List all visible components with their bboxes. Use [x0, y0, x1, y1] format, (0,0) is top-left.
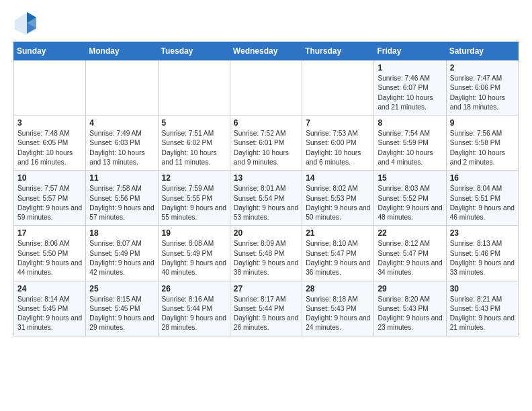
calendar-cell: 10Sunrise: 7:57 AM Sunset: 5:57 PM Dayli…	[14, 171, 86, 226]
calendar-cell	[86, 60, 158, 116]
day-info: Sunrise: 7:49 AM Sunset: 6:03 PM Dayligh…	[89, 129, 154, 167]
weekday-header-row: SundayMondayTuesdayWednesdayThursdayFrid…	[14, 42, 519, 60]
day-info: Sunrise: 8:13 AM Sunset: 5:46 PM Dayligh…	[450, 239, 515, 277]
day-number: 23	[450, 228, 515, 238]
day-number: 3	[17, 118, 82, 128]
calendar-cell: 15Sunrise: 8:03 AM Sunset: 5:52 PM Dayli…	[374, 171, 446, 226]
day-info: Sunrise: 8:07 AM Sunset: 5:49 PM Dayligh…	[89, 239, 154, 277]
calendar-cell: 16Sunrise: 8:04 AM Sunset: 5:51 PM Dayli…	[446, 171, 518, 226]
weekday-header-wednesday: Wednesday	[230, 42, 302, 60]
calendar-cell: 3Sunrise: 7:48 AM Sunset: 6:05 PM Daylig…	[14, 116, 86, 171]
page: SundayMondayTuesdayWednesdayThursdayFrid…	[0, 0, 532, 345]
calendar-cell: 22Sunrise: 8:12 AM Sunset: 5:47 PM Dayli…	[374, 226, 446, 281]
day-info: Sunrise: 8:17 AM Sunset: 5:44 PM Dayligh…	[234, 295, 298, 333]
calendar-cell: 25Sunrise: 8:15 AM Sunset: 5:45 PM Dayli…	[86, 281, 158, 336]
calendar-cell: 18Sunrise: 8:07 AM Sunset: 5:49 PM Dayli…	[86, 226, 158, 281]
calendar-cell	[14, 60, 86, 116]
day-info: Sunrise: 7:47 AM Sunset: 6:06 PM Dayligh…	[450, 74, 515, 112]
day-info: Sunrise: 8:21 AM Sunset: 5:43 PM Dayligh…	[450, 295, 515, 333]
calendar-cell: 23Sunrise: 8:13 AM Sunset: 5:46 PM Dayli…	[446, 226, 518, 281]
day-number: 25	[89, 284, 154, 293]
calendar-week-3: 17Sunrise: 8:06 AM Sunset: 5:50 PM Dayli…	[14, 226, 519, 281]
logo-icon	[13, 11, 38, 35]
day-number: 20	[234, 228, 298, 238]
day-info: Sunrise: 8:01 AM Sunset: 5:54 PM Dayligh…	[234, 184, 298, 222]
weekday-header-sunday: Sunday	[14, 42, 86, 60]
calendar-cell: 14Sunrise: 8:02 AM Sunset: 5:53 PM Dayli…	[302, 171, 374, 226]
day-info: Sunrise: 7:48 AM Sunset: 6:05 PM Dayligh…	[17, 129, 82, 167]
calendar-cell	[158, 60, 230, 116]
day-number: 26	[162, 284, 226, 293]
calendar-cell: 9Sunrise: 7:56 AM Sunset: 5:58 PM Daylig…	[446, 116, 518, 171]
header	[13, 11, 519, 35]
day-number: 29	[378, 284, 442, 293]
day-info: Sunrise: 8:12 AM Sunset: 5:47 PM Dayligh…	[378, 239, 442, 277]
day-number: 16	[450, 173, 515, 183]
weekday-header-tuesday: Tuesday	[158, 42, 230, 60]
day-info: Sunrise: 8:03 AM Sunset: 5:52 PM Dayligh…	[378, 184, 442, 222]
calendar-cell: 28Sunrise: 8:18 AM Sunset: 5:43 PM Dayli…	[302, 281, 374, 336]
day-number: 6	[234, 118, 298, 128]
day-number: 12	[162, 173, 226, 183]
day-number: 13	[234, 173, 298, 183]
day-number: 15	[378, 173, 442, 183]
day-info: Sunrise: 8:10 AM Sunset: 5:47 PM Dayligh…	[306, 239, 370, 277]
day-number: 10	[17, 173, 82, 183]
calendar-cell: 19Sunrise: 8:08 AM Sunset: 5:49 PM Dayli…	[158, 226, 230, 281]
calendar-week-1: 3Sunrise: 7:48 AM Sunset: 6:05 PM Daylig…	[14, 116, 519, 171]
calendar-cell: 13Sunrise: 8:01 AM Sunset: 5:54 PM Dayli…	[230, 171, 302, 226]
day-number: 21	[306, 228, 370, 238]
day-info: Sunrise: 8:16 AM Sunset: 5:44 PM Dayligh…	[162, 295, 226, 333]
day-number: 22	[378, 228, 442, 238]
weekday-header-monday: Monday	[86, 42, 158, 60]
day-number: 5	[162, 118, 226, 128]
day-number: 19	[162, 228, 226, 238]
day-info: Sunrise: 8:02 AM Sunset: 5:53 PM Dayligh…	[306, 184, 370, 222]
calendar-cell: 6Sunrise: 7:52 AM Sunset: 6:01 PM Daylig…	[230, 116, 302, 171]
calendar-cell: 30Sunrise: 8:21 AM Sunset: 5:43 PM Dayli…	[446, 281, 518, 336]
day-number: 8	[378, 118, 442, 128]
day-info: Sunrise: 7:46 AM Sunset: 6:07 PM Dayligh…	[378, 74, 442, 112]
day-info: Sunrise: 7:58 AM Sunset: 5:56 PM Dayligh…	[89, 184, 154, 222]
weekday-header-thursday: Thursday	[302, 42, 374, 60]
calendar-cell: 27Sunrise: 8:17 AM Sunset: 5:44 PM Dayli…	[230, 281, 302, 336]
calendar-cell: 1Sunrise: 7:46 AM Sunset: 6:07 PM Daylig…	[374, 60, 446, 116]
calendar-body: 1Sunrise: 7:46 AM Sunset: 6:07 PM Daylig…	[14, 60, 519, 336]
calendar-header: SundayMondayTuesdayWednesdayThursdayFrid…	[14, 42, 519, 60]
day-number: 11	[89, 173, 154, 183]
day-info: Sunrise: 7:52 AM Sunset: 6:01 PM Dayligh…	[234, 129, 298, 167]
logo	[13, 11, 40, 35]
calendar-cell: 5Sunrise: 7:51 AM Sunset: 6:02 PM Daylig…	[158, 116, 230, 171]
calendar-cell: 24Sunrise: 8:14 AM Sunset: 5:45 PM Dayli…	[14, 281, 86, 336]
calendar-cell: 20Sunrise: 8:09 AM Sunset: 5:48 PM Dayli…	[230, 226, 302, 281]
calendar-cell	[302, 60, 374, 116]
day-info: Sunrise: 7:56 AM Sunset: 5:58 PM Dayligh…	[450, 129, 515, 167]
day-number: 24	[17, 284, 82, 293]
calendar-cell	[230, 60, 302, 116]
calendar-cell: 26Sunrise: 8:16 AM Sunset: 5:44 PM Dayli…	[158, 281, 230, 336]
calendar-cell: 29Sunrise: 8:20 AM Sunset: 5:43 PM Dayli…	[374, 281, 446, 336]
day-info: Sunrise: 8:14 AM Sunset: 5:45 PM Dayligh…	[17, 295, 82, 333]
day-number: 2	[450, 63, 515, 73]
day-info: Sunrise: 8:20 AM Sunset: 5:43 PM Dayligh…	[378, 295, 442, 333]
day-info: Sunrise: 8:18 AM Sunset: 5:43 PM Dayligh…	[306, 295, 370, 333]
day-info: Sunrise: 8:09 AM Sunset: 5:48 PM Dayligh…	[234, 239, 298, 277]
day-number: 14	[306, 173, 370, 183]
calendar-week-0: 1Sunrise: 7:46 AM Sunset: 6:07 PM Daylig…	[14, 60, 519, 116]
calendar-table: SundayMondayTuesdayWednesdayThursdayFrid…	[13, 42, 519, 336]
day-info: Sunrise: 8:06 AM Sunset: 5:50 PM Dayligh…	[17, 239, 82, 277]
day-number: 28	[306, 284, 370, 293]
weekday-header-saturday: Saturday	[446, 42, 518, 60]
day-number: 18	[89, 228, 154, 238]
calendar-cell: 4Sunrise: 7:49 AM Sunset: 6:03 PM Daylig…	[86, 116, 158, 171]
day-info: Sunrise: 8:04 AM Sunset: 5:51 PM Dayligh…	[450, 184, 515, 222]
day-info: Sunrise: 7:57 AM Sunset: 5:57 PM Dayligh…	[17, 184, 82, 222]
calendar-cell: 2Sunrise: 7:47 AM Sunset: 6:06 PM Daylig…	[446, 60, 518, 116]
day-number: 30	[450, 284, 515, 293]
day-info: Sunrise: 7:54 AM Sunset: 5:59 PM Dayligh…	[378, 129, 442, 167]
calendar-cell: 21Sunrise: 8:10 AM Sunset: 5:47 PM Dayli…	[302, 226, 374, 281]
day-info: Sunrise: 7:53 AM Sunset: 6:00 PM Dayligh…	[306, 129, 370, 167]
day-info: Sunrise: 8:08 AM Sunset: 5:49 PM Dayligh…	[162, 239, 226, 277]
calendar-cell: 17Sunrise: 8:06 AM Sunset: 5:50 PM Dayli…	[14, 226, 86, 281]
day-number: 27	[234, 284, 298, 293]
